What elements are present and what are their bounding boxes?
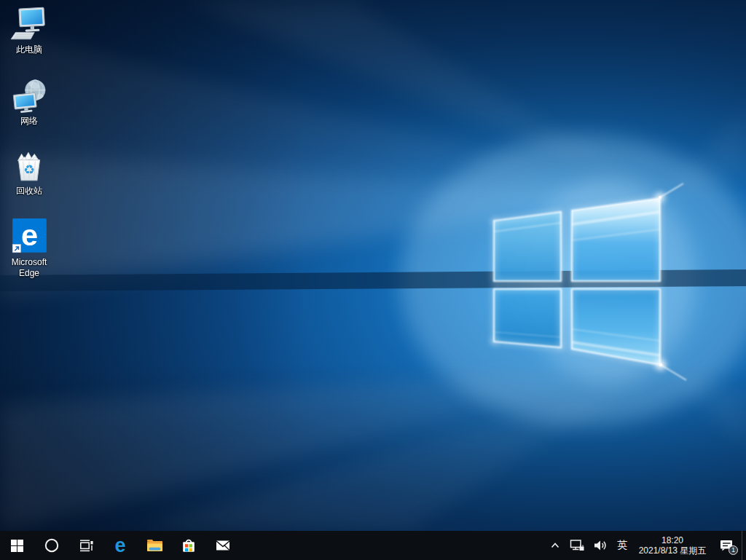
windows-hero-wallpaper <box>0 0 746 531</box>
task-view-button[interactable] <box>68 531 103 560</box>
edge-shortcut-icon: e <box>9 217 49 256</box>
desktop-icon-recycle-bin[interactable]: ♻ 回收站 <box>1 146 58 197</box>
desktop-icon-network[interactable]: 网络 <box>1 76 58 127</box>
icon-label: 回收站 <box>16 186 42 197</box>
recycle-bin-icon: ♻ <box>9 146 49 185</box>
icon-label: 此电脑 <box>16 44 42 55</box>
clock[interactable]: 18:20 2021/8/13 星期五 <box>632 531 712 560</box>
show-hidden-icons-button[interactable] <box>545 531 565 560</box>
cortana-search-icon <box>44 537 60 553</box>
tray-date: 2021/8/13 星期五 <box>639 545 707 556</box>
mail-envelope-icon <box>214 537 232 554</box>
desktop: 此电脑 网络 <box>0 0 746 531</box>
this-pc-icon <box>9 4 49 44</box>
start-windows-icon <box>11 540 23 552</box>
speaker-volume-icon <box>592 537 608 553</box>
file-explorer-folder-icon <box>146 537 163 554</box>
desktop-icon-microsoft-edge[interactable]: e Microsoft Edge <box>1 217 58 279</box>
svg-text:e: e <box>21 218 38 252</box>
icon-label: Microsoft Edge <box>1 257 57 279</box>
svg-text:♻: ♻ <box>23 162 35 177</box>
task-view-icon <box>78 537 94 553</box>
mail-button[interactable] <box>205 531 240 560</box>
cortana-search-button[interactable] <box>34 531 68 560</box>
store-button[interactable] <box>171 531 205 560</box>
action-center-button[interactable]: 1 <box>712 531 742 560</box>
edge-browser-icon: e <box>111 535 130 556</box>
network-tray-button[interactable] <box>565 531 589 560</box>
ethernet-network-icon <box>569 537 585 553</box>
edge-taskbar-button[interactable]: e <box>103 531 137 560</box>
microsoft-store-icon <box>180 537 197 554</box>
shortcut-arrow-overlay <box>12 244 20 252</box>
ime-language-indicator[interactable]: 英 <box>612 531 632 560</box>
svg-text:e: e <box>114 535 125 556</box>
icon-label: 网络 <box>20 116 38 127</box>
file-explorer-button[interactable] <box>137 531 171 560</box>
show-desktop-button[interactable] <box>742 531 746 560</box>
taskbar-empty-area <box>240 531 545 560</box>
tray-time: 18:20 <box>661 535 683 545</box>
network-icon <box>9 76 49 115</box>
start-button[interactable] <box>0 531 34 560</box>
notification-count-badge: 1 <box>729 545 738 555</box>
taskbar: e <box>0 531 746 560</box>
desktop-icon-this-pc[interactable]: 此电脑 <box>1 4 58 55</box>
chevron-up-icon <box>549 539 562 552</box>
volume-tray-button[interactable] <box>589 531 612 560</box>
